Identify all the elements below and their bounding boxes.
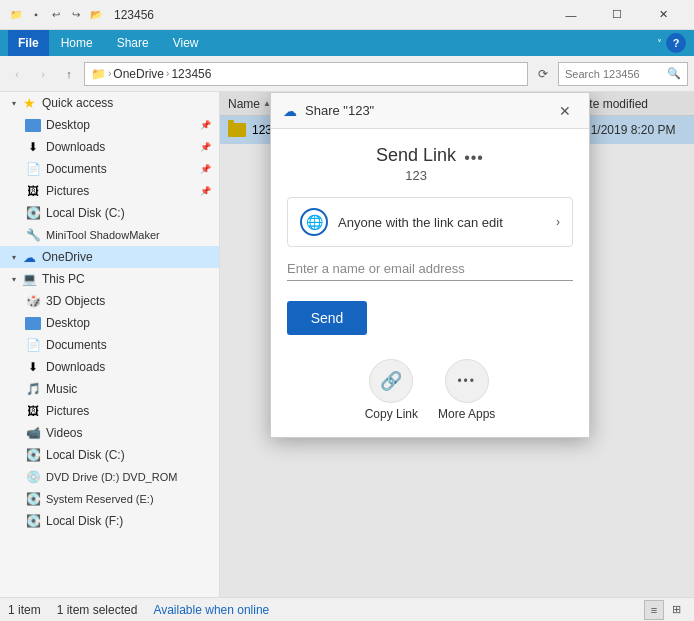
copy-link-action[interactable]: 🔗 Copy Link <box>365 359 418 421</box>
breadcrumb-folder-label: 123456 <box>171 67 211 81</box>
ribbon-right: ˅ ? <box>657 33 686 53</box>
online-status[interactable]: Available when online <box>153 603 269 617</box>
permission-box[interactable]: 🌐 Anyone with the link can edit › <box>287 197 573 247</box>
search-input[interactable] <box>565 68 663 80</box>
system-icon: 💽 <box>24 491 42 507</box>
undo-icon: ↩ <box>48 7 64 23</box>
view-icons: ≡ ⊞ <box>644 600 686 620</box>
pictures-icon2: 🖼 <box>24 403 42 419</box>
file-manager-icon: 📁 <box>8 7 24 23</box>
sidebar-item-minitool[interactable]: 🔧 MiniTool ShadowMaker <box>0 224 219 246</box>
share-dialog: ☁ Share "123" ✕ Send Link 123 ••• 🌐 Anyo… <box>270 92 590 438</box>
onedrive-label: OneDrive <box>42 250 93 264</box>
more-apps-icon: ••• <box>445 359 489 403</box>
sidebar-item-music[interactable]: 🎵 Music <box>0 378 219 400</box>
permission-arrow-icon: › <box>556 215 560 229</box>
sidebar-item-desktop-1[interactable]: Desktop 📌 <box>0 114 219 136</box>
address-box[interactable]: 📁 › OneDrive › 123456 <box>84 62 528 86</box>
refresh-button[interactable]: ⟳ <box>532 63 554 85</box>
sidebar-item-local-disk-c2[interactable]: 💽 Local Disk (C:) <box>0 444 219 466</box>
3d-icon: 🎲 <box>24 293 42 309</box>
disk-f-icon: 💽 <box>24 513 42 529</box>
desktop-icon2 <box>24 315 42 331</box>
sidebar-item-this-pc[interactable]: ▾ 💻 This PC <box>0 268 219 290</box>
expand-arrow: ▾ <box>8 275 20 284</box>
pin-icon: 📌 <box>200 186 211 196</box>
forward-button[interactable]: › <box>32 63 54 85</box>
search-box[interactable]: 🔍 <box>558 62 688 86</box>
dialog-header: ☁ Share "123" ✕ <box>271 93 589 129</box>
sidebar-item-videos[interactable]: 📹 Videos <box>0 422 219 444</box>
title-bar-left: 📁 ▪ ↩ ↪ 📂 123456 <box>8 7 154 23</box>
back-button[interactable]: ‹ <box>6 63 28 85</box>
sidebar-item-local-disk-c[interactable]: 💽 Local Disk (C:) <box>0 202 219 224</box>
music-icon: 🎵 <box>24 381 42 397</box>
email-input[interactable] <box>287 261 573 276</box>
selected-count: 1 item selected <box>57 603 138 617</box>
up-button[interactable]: ↑ <box>58 63 80 85</box>
globe-icon: 🌐 <box>300 208 328 236</box>
send-link-subtitle: 123 <box>376 168 456 183</box>
item-count: 1 item <box>8 603 41 617</box>
breadcrumb-onedrive-label: OneDrive <box>113 67 164 81</box>
sidebar-item-local-f[interactable]: 💽 Local Disk (F:) <box>0 510 219 532</box>
title-folder-icon: 📂 <box>88 7 104 23</box>
ribbon-file-button[interactable]: File <box>8 30 49 56</box>
sidebar-item-dvd[interactable]: 💿 DVD Drive (D:) DVD_ROM <box>0 466 219 488</box>
minimize-button[interactable]: — <box>548 0 594 30</box>
more-apps-label: More Apps <box>438 407 495 421</box>
title-bar-title: 123456 <box>114 8 154 22</box>
large-icons-button[interactable]: ⊞ <box>666 600 686 620</box>
details-view-button[interactable]: ≡ <box>644 600 664 620</box>
ribbon-tab-share[interactable]: Share <box>105 30 161 56</box>
dialog-close-button[interactable]: ✕ <box>553 99 577 123</box>
dvd-icon: 💿 <box>24 469 42 485</box>
sidebar-item-downloads-2[interactable]: ⬇ Downloads <box>0 356 219 378</box>
sidebar-item-pictures[interactable]: 🖼 Pictures 📌 <box>0 180 219 202</box>
sidebar-item-3d-objects[interactable]: 🎲 3D Objects <box>0 290 219 312</box>
onedrive-logo-icon: ☁ <box>283 103 297 119</box>
copy-link-icon: 🔗 <box>369 359 413 403</box>
content-area: Name ▲ Status Date modified 123 ☁ 👤 8/21… <box>220 92 694 597</box>
minitool-icon: 🔧 <box>24 227 42 243</box>
quick-access-icon: ★ <box>20 95 38 111</box>
onedrive-icon: ☁ <box>20 249 38 265</box>
local-disk-icon: 💽 <box>24 205 42 221</box>
search-icon: 🔍 <box>667 67 681 80</box>
sidebar-section-quick-access[interactable]: ▾ ★ Quick access <box>0 92 219 114</box>
close-button[interactable]: ✕ <box>640 0 686 30</box>
send-button[interactable]: Send <box>287 301 367 335</box>
copy-link-label: Copy Link <box>365 407 418 421</box>
sidebar-item-desktop-2[interactable]: Desktop <box>0 312 219 334</box>
permission-text: Anyone with the link can edit <box>338 215 546 230</box>
sidebar: ▾ ★ Quick access Desktop 📌 ⬇ Downloads 📌… <box>0 92 220 597</box>
sidebar-item-downloads[interactable]: ⬇ Downloads 📌 <box>0 136 219 158</box>
email-input-area[interactable] <box>287 261 573 281</box>
ribbon-tabs: Home Share View <box>49 30 211 56</box>
documents-icon2: 📄 <box>24 337 42 353</box>
ribbon-tab-view[interactable]: View <box>161 30 211 56</box>
pictures-icon: 🖼 <box>24 183 42 199</box>
sidebar-item-documents[interactable]: 📄 Documents 📌 <box>0 158 219 180</box>
sidebar-item-onedrive[interactable]: ▾ ☁ OneDrive <box>0 246 219 268</box>
ribbon-tab-home[interactable]: Home <box>49 30 105 56</box>
title-bar: 📁 ▪ ↩ ↪ 📂 123456 — ☐ ✕ <box>0 0 694 30</box>
sidebar-item-system-reserved[interactable]: 💽 System Reserved (E:) <box>0 488 219 510</box>
quick-access-label: Quick access <box>42 96 113 110</box>
status-bar: 1 item 1 item selected Available when on… <box>0 597 694 621</box>
downloads-icon2: ⬇ <box>24 359 42 375</box>
expand-arrow: ▾ <box>8 99 20 108</box>
pin-icon: 📌 <box>200 120 211 130</box>
more-apps-action[interactable]: ••• More Apps <box>438 359 495 421</box>
maximize-button[interactable]: ☐ <box>594 0 640 30</box>
sidebar-item-pictures-2[interactable]: 🖼 Pictures <box>0 400 219 422</box>
desktop-folder-icon <box>24 117 42 133</box>
breadcrumb-onedrive: 📁 <box>91 67 106 81</box>
videos-icon: 📹 <box>24 425 42 441</box>
sidebar-item-documents-2[interactable]: 📄 Documents <box>0 334 219 356</box>
bottom-actions: 🔗 Copy Link ••• More Apps <box>287 359 573 421</box>
ribbon-collapse-button[interactable]: ˅ <box>657 38 662 49</box>
ribbon-help-button[interactable]: ? <box>666 33 686 53</box>
dialog-menu-button[interactable]: ••• <box>464 149 484 167</box>
this-pc-label: This PC <box>42 272 85 286</box>
